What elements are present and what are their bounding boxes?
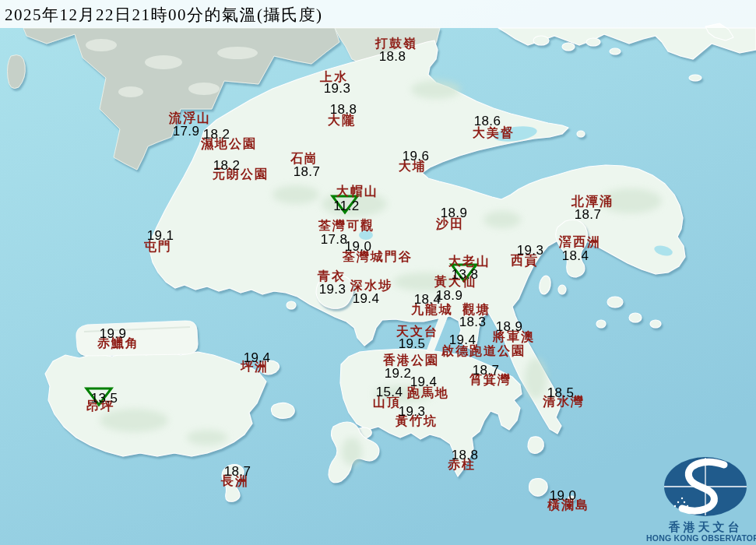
station-temperature: 13.5 [91, 392, 118, 405]
station-temperature: 19.3 [319, 283, 346, 296]
station-name-label: 大帽山 [336, 185, 378, 198]
stations-layer: 打鼓嶺18.8上水19.3大隴18.8流浮山17.9濕地公園18.2元朗公園18… [0, 0, 756, 545]
station-temperature: 18.3 [459, 315, 487, 329]
station-temperature: 19.4 [449, 333, 476, 346]
station-temperature: 18.5 [547, 386, 575, 399]
station-temperature: 18.4 [562, 249, 589, 262]
station-temperature: 18.7 [294, 165, 321, 178]
station-temperature: 19.4 [244, 351, 271, 364]
station-temperature: 15.4 [376, 385, 403, 399]
station-temperature: 19.6 [403, 149, 430, 163]
map-title: 2025年12月22日21時00分的氣溫(攝氏度) [0, 0, 756, 26]
station-temperature: 18.7 [473, 364, 500, 377]
station-temperature: 19.4 [410, 375, 438, 389]
station-temperature: 18.7 [575, 208, 602, 221]
station-temperature: 11.2 [333, 199, 359, 213]
station-temperature: 18.2 [213, 159, 241, 172]
station-name-label: 荃灣可觀 [318, 220, 374, 232]
station-name-label: 大美督 [473, 127, 515, 139]
station-temperature: 13.8 [452, 268, 479, 281]
station-temperature: 19.4 [353, 292, 380, 305]
station-temperature: 18.8 [379, 50, 406, 63]
station-temperature: 18.6 [474, 114, 501, 128]
station-temperature: 18.7 [224, 465, 251, 478]
station-temperature: 19.3 [324, 82, 351, 95]
station-temperature: 18.9 [496, 320, 523, 333]
station-temperature: 19.2 [385, 367, 412, 380]
station-temperature: 18.9 [441, 206, 468, 220]
station-temperature: 19.3 [517, 244, 544, 257]
station-temperature: 17.9 [173, 125, 200, 138]
station-temperature: 18.4 [414, 293, 441, 306]
station-name-label: 滘西洲 [559, 236, 601, 248]
station-temperature: 18.8 [330, 103, 357, 116]
station-temperature: 18.8 [452, 448, 479, 462]
station-temperature: 19.0 [345, 240, 372, 253]
station-temperature: 19.1 [147, 229, 174, 242]
station-temperature: 19.3 [399, 405, 426, 418]
station-temperature: 19.0 [550, 489, 577, 502]
station-temperature: 18.2 [203, 128, 230, 141]
temperature-map-screen: 打鼓嶺18.8上水19.3大隴18.8流浮山17.9濕地公園18.2元朗公園18… [0, 0, 756, 545]
title-bar: 2025年12月22日21時00分的氣溫(攝氏度) [0, 0, 756, 28]
station-temperature: 19.5 [399, 337, 426, 350]
station-temperature: 17.8 [321, 233, 348, 246]
station-temperature: 19.9 [100, 327, 127, 340]
hko-logo-english-label: HONG KONG OBSERVATORY [646, 533, 756, 543]
